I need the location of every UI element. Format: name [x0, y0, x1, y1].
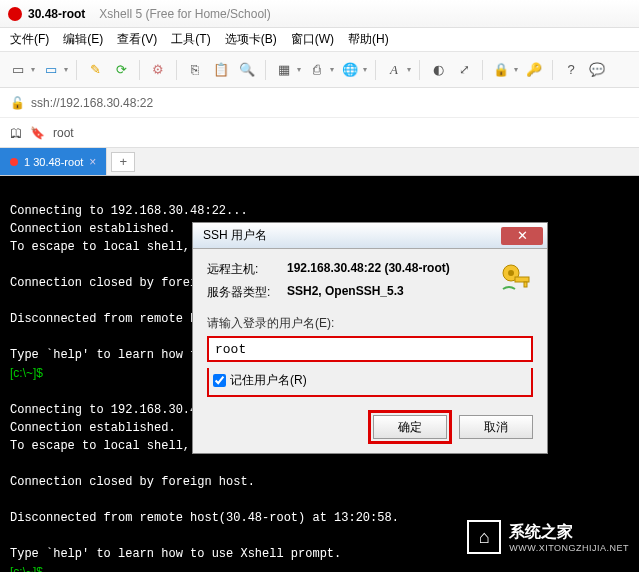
bookmark-label[interactable]: root — [53, 126, 74, 140]
layout-icon[interactable]: ▦ — [274, 60, 294, 80]
properties-icon[interactable]: ⚙ — [148, 60, 168, 80]
title-bar: 30.48-root Xshell 5 (Free for Home/Schoo… — [0, 0, 639, 28]
watermark-name: 系统之家 — [509, 522, 629, 543]
menu-bar: 文件(F) 编辑(E) 查看(V) 工具(T) 选项卡(B) 窗口(W) 帮助(… — [0, 28, 639, 52]
open-icon[interactable]: ▭ — [41, 60, 61, 80]
watermark-url: WWW.XITONGZHIJIA.NET — [509, 543, 629, 553]
reconnect-icon[interactable]: ⟳ — [111, 60, 131, 80]
key-art-icon — [497, 259, 533, 295]
key-icon[interactable]: 🔑 — [524, 60, 544, 80]
app-title: Xshell 5 (Free for Home/School) — [99, 7, 270, 21]
ssh-username-dialog: SSH 用户名 ✕ 远程主机: 192.168.30.48:22 (30.48-… — [192, 222, 548, 454]
color-icon[interactable]: ◐ — [428, 60, 448, 80]
lock-small-icon: 🔓 — [10, 96, 25, 110]
menu-view[interactable]: 查看(V) — [117, 31, 157, 48]
bookmark-icon[interactable]: 🔖 — [30, 126, 45, 140]
tab-label: 1 30.48-root — [24, 156, 83, 168]
svg-rect-3 — [524, 282, 527, 287]
menu-tools[interactable]: 工具(T) — [171, 31, 210, 48]
new-session-icon[interactable]: ▭ — [8, 60, 28, 80]
dialog-title: SSH 用户名 — [203, 227, 267, 244]
dialog-titlebar[interactable]: SSH 用户名 ✕ — [193, 223, 547, 249]
remember-username-checkbox[interactable]: 记住用户名(R) — [207, 368, 533, 397]
paste-icon[interactable]: 📋 — [211, 60, 231, 80]
menu-file[interactable]: 文件(F) — [10, 31, 49, 48]
username-input[interactable] — [207, 336, 533, 362]
toolbar: ▭▾ ▭▾ ✎ ⟳ ⚙ ⎘ 📋 🔍 ▦▾ ⎙▾ 🌐▾ A▾ ◐ ⤢ 🔒▾ 🔑 ?… — [0, 52, 639, 88]
tab-bar: 1 30.48-root × + — [0, 148, 639, 176]
menu-tabs[interactable]: 选项卡(B) — [225, 31, 277, 48]
username-input-label: 请输入登录的用户名(E): — [207, 315, 533, 332]
edit-icon[interactable]: ✎ — [85, 60, 105, 80]
find-icon[interactable]: 🔍 — [237, 60, 257, 80]
bookmark-bar: 🕮 🔖 root — [0, 118, 639, 148]
copy-icon[interactable]: ⎘ — [185, 60, 205, 80]
lock-icon[interactable]: 🔒 — [491, 60, 511, 80]
tab-status-icon — [10, 158, 18, 166]
remember-label: 记住用户名(R) — [230, 372, 307, 389]
server-type-label: 服务器类型: — [207, 284, 287, 301]
encoding-icon[interactable]: ⎙ — [307, 60, 327, 80]
session-title: 30.48-root — [28, 7, 85, 21]
menu-help[interactable]: 帮助(H) — [348, 31, 389, 48]
menu-window[interactable]: 窗口(W) — [291, 31, 334, 48]
help-icon[interactable]: ? — [561, 60, 581, 80]
address-bar: 🔓 ssh://192.168.30.48:22 — [0, 88, 639, 118]
remember-checkbox-input[interactable] — [213, 374, 226, 387]
globe-icon[interactable]: 🌐 — [340, 60, 360, 80]
cancel-button[interactable]: 取消 — [459, 415, 533, 439]
ok-button[interactable]: 确定 — [373, 415, 447, 439]
fullscreen-icon[interactable]: ⤢ — [454, 60, 474, 80]
remote-host-label: 远程主机: — [207, 261, 287, 278]
chat-icon[interactable]: 💬 — [587, 60, 607, 80]
address-text[interactable]: ssh://192.168.30.48:22 — [31, 96, 153, 110]
svg-rect-2 — [515, 277, 529, 282]
dialog-info: 远程主机: 192.168.30.48:22 (30.48-root) 服务器类… — [207, 261, 533, 301]
new-tab-button[interactable]: + — [111, 152, 135, 172]
watermark: ⌂ 系统之家 WWW.XITONGZHIJIA.NET — [467, 520, 629, 554]
menu-edit[interactable]: 编辑(E) — [63, 31, 103, 48]
app-icon — [8, 7, 22, 21]
font-icon[interactable]: A — [384, 60, 404, 80]
close-icon[interactable]: ✕ — [501, 227, 543, 245]
tab-session[interactable]: 1 30.48-root × — [0, 148, 107, 175]
svg-point-1 — [508, 270, 514, 276]
watermark-logo-icon: ⌂ — [467, 520, 501, 554]
bookmark-add-icon[interactable]: 🕮 — [10, 126, 22, 140]
tab-close-icon[interactable]: × — [89, 155, 96, 169]
